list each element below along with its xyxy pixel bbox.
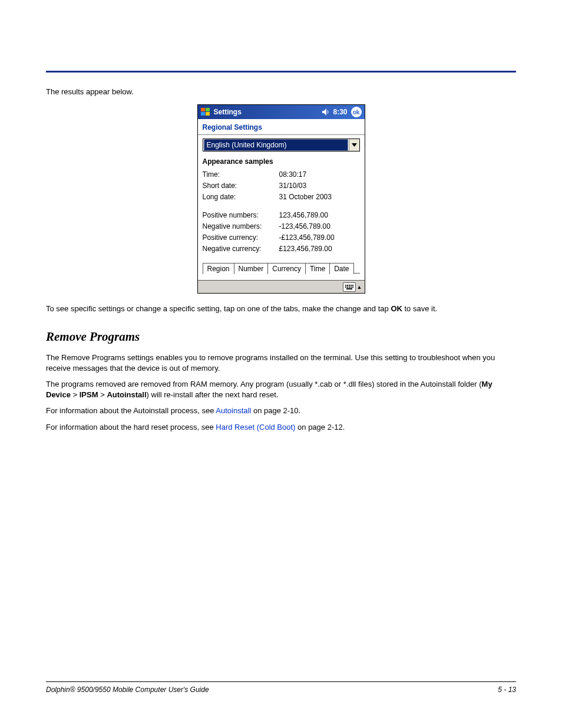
samples-heading: Appearance samples xyxy=(203,157,360,166)
svg-rect-17 xyxy=(346,288,352,289)
label: Negative numbers: xyxy=(203,222,279,230)
para-1: The Remove Programs settings enables you… xyxy=(46,353,516,373)
svg-rect-0 xyxy=(201,108,205,111)
svg-rect-3 xyxy=(206,112,210,116)
para-3: For information about the Autoinstall pr… xyxy=(46,406,516,416)
ok-button[interactable]: ok xyxy=(351,107,362,117)
svg-rect-15 xyxy=(351,286,352,288)
sample-row: Negative numbers: -123,456,789.00 xyxy=(203,222,360,230)
sample-row: Negative currency: £123,456,789.00 xyxy=(203,245,360,253)
device-screenshot: Settings 8:30 ok Regional Settings Engli… xyxy=(197,104,365,294)
label: Time: xyxy=(203,170,279,179)
sample-row: Positive numbers: 123,456,789.00 xyxy=(203,211,360,219)
tab-strip: Region Number Currency Time Date xyxy=(203,263,360,274)
page-content: The results appear below. Settings xyxy=(46,87,516,438)
svg-rect-10 xyxy=(351,285,352,286)
keyboard-icon[interactable] xyxy=(343,282,356,292)
svg-rect-12 xyxy=(345,286,346,288)
intro-text: The results appear below. xyxy=(46,87,516,96)
locale-selected: English (United Kingdom) xyxy=(204,139,348,151)
caption-bold: OK xyxy=(391,304,402,313)
label: Positive currency: xyxy=(203,233,279,242)
footer-left: Dolphin® 9500/9550 Mobile Computer User'… xyxy=(46,686,209,694)
tab-date[interactable]: Date xyxy=(329,263,353,274)
svg-rect-11 xyxy=(352,285,353,286)
sample-row: Short date: 31/10/03 xyxy=(203,182,360,190)
caption-post: to save it. xyxy=(402,304,437,313)
value: -£123,456,789.00 xyxy=(279,233,360,242)
sample-row: Time: 08:30:17 xyxy=(203,170,360,179)
svg-rect-1 xyxy=(206,108,210,111)
heading-remove-programs: Remove Programs xyxy=(46,330,516,344)
link-autoinstall[interactable]: Autoinstall xyxy=(216,406,251,415)
value: £123,456,789.00 xyxy=(279,245,360,253)
body-area: English (United Kingdom) Appearance samp… xyxy=(198,135,365,280)
tab-currency[interactable]: Currency xyxy=(267,263,306,274)
footer-rule xyxy=(46,681,516,682)
svg-rect-8 xyxy=(347,285,348,286)
value: -123,456,789.00 xyxy=(279,222,360,230)
titlebar-title: Settings xyxy=(214,108,242,116)
value: 123,456,789.00 xyxy=(279,211,360,219)
chevron-down-icon[interactable] xyxy=(349,139,359,151)
value: 31/10/03 xyxy=(279,182,360,190)
top-rule xyxy=(46,71,516,73)
caption-pre: To see specific settings or change a spe… xyxy=(46,304,391,313)
svg-rect-2 xyxy=(201,112,205,116)
clock-text: 8:30 xyxy=(333,108,347,116)
label: Long date: xyxy=(203,193,279,201)
tab-number[interactable]: Number xyxy=(234,263,269,274)
sample-row: Long date: 31 October 2003 xyxy=(203,193,360,201)
sip-bar: ▲ xyxy=(198,280,365,293)
speaker-icon[interactable] xyxy=(322,108,330,116)
locale-combobox[interactable]: English (United Kingdom) xyxy=(203,139,360,151)
tab-region[interactable]: Region xyxy=(203,263,234,274)
label: Negative currency: xyxy=(203,245,279,253)
windows-logo-icon xyxy=(201,108,210,116)
svg-rect-13 xyxy=(347,286,348,288)
para-4: For information about the hard reset pro… xyxy=(46,422,516,433)
svg-marker-4 xyxy=(322,108,326,116)
link-hard-reset[interactable]: Hard Reset (Cold Boot) xyxy=(216,423,295,431)
svg-rect-14 xyxy=(349,286,350,288)
label: Positive numbers: xyxy=(203,211,279,219)
svg-rect-16 xyxy=(352,286,353,288)
para-2: The programs removed are removed from RA… xyxy=(46,379,516,400)
page-footer: Dolphin® 9500/9550 Mobile Computer User'… xyxy=(46,686,516,694)
sample-row: Positive currency: -£123,456,789.00 xyxy=(203,233,360,242)
sip-up-icon[interactable]: ▲ xyxy=(357,284,362,290)
caption-text: To see specific settings or change a spe… xyxy=(46,304,516,313)
tab-time[interactable]: Time xyxy=(305,263,330,274)
svg-marker-5 xyxy=(352,143,357,147)
label: Short date: xyxy=(203,182,279,190)
titlebar: Settings 8:30 ok xyxy=(198,105,365,119)
value: 31 October 2003 xyxy=(279,193,360,201)
section-title: Regional Settings xyxy=(198,119,365,134)
screenshot-wrapper: Settings 8:30 ok Regional Settings Engli… xyxy=(46,104,516,294)
svg-rect-7 xyxy=(345,285,346,286)
svg-rect-9 xyxy=(349,285,350,286)
value: 08:30:17 xyxy=(279,170,360,179)
footer-right: 5 - 13 xyxy=(498,686,516,694)
